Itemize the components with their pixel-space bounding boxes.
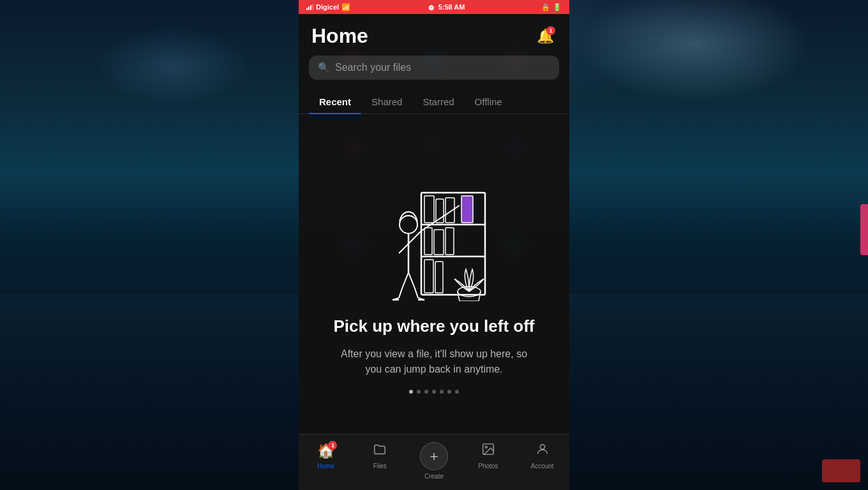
photos-icon [481,442,495,460]
svg-rect-11 [435,262,443,293]
status-left: Digicel 📶 [306,3,350,11]
nav-item-create[interactable]: ＋ Create [407,440,461,482]
right-edge-decoration [860,204,868,255]
tab-recent[interactable]: Recent [309,90,361,114]
tab-starred[interactable]: Starred [412,90,464,114]
empty-state-description: After you view a file, it'll show up her… [332,346,536,377]
phone-frame: Digicel 📶 ⏰ 5:58 AM 🔒 🔋 Home 🔔 1 🔍 Searc… [299,0,569,490]
dot-1 [409,390,413,394]
signal-bar-3 [310,5,311,10]
page-title: Home [311,24,368,48]
svg-rect-9 [445,228,454,255]
status-center: ⏰ 5:58 AM [427,3,465,11]
status-bar: Digicel 📶 ⏰ 5:58 AM 🔒 🔋 [299,0,569,14]
app-content: Home 🔔 1 🔍 Search your files Recent Shar… [299,14,569,490]
empty-state: Pick up where you left off After you vie… [299,114,569,434]
bottom-right-thumbnail [822,459,860,482]
app-header: Home 🔔 1 [299,14,569,56]
create-button-circle[interactable]: ＋ [420,442,448,470]
photos-icon-wrap [479,442,497,460]
wifi-icon: 📶 [341,3,350,11]
folder-icon [373,442,387,460]
tab-offline[interactable]: Offline [465,90,513,114]
lock-icon: 🔒 [541,3,550,11]
dot-6 [447,390,451,394]
svg-rect-0 [421,193,485,295]
dot-3 [424,390,428,394]
notification-badge: 1 [546,26,555,35]
account-icon-wrap [534,442,551,460]
signal-bar-1 [306,8,308,10]
files-icon-wrap [371,442,389,460]
signal-bar-2 [308,6,310,10]
dot-5 [440,390,444,394]
notification-button[interactable]: 🔔 1 [534,25,557,48]
account-label: Account [531,463,554,470]
files-label: Files [373,463,387,470]
svg-point-12 [400,216,417,234]
svg-rect-8 [434,230,444,255]
clock-icon: ⏰ [427,3,436,11]
svg-rect-3 [424,196,434,223]
empty-state-illustration [370,154,498,301]
search-placeholder-text: Search your files [335,62,411,73]
svg-rect-10 [424,260,433,293]
battery-icon: 🔋 [553,3,562,11]
home-badge: 1 [328,441,337,450]
empty-state-title: Pick up where you left off [334,316,535,336]
create-label: Create [424,473,444,480]
tab-bar: Recent Shared Starred Offline [299,90,569,114]
signal-bar-4 [312,4,313,10]
plus-icon: ＋ [427,449,441,463]
dot-2 [417,390,421,394]
signal-bars-icon [306,4,313,10]
home-icon-wrap: 🏠 1 [317,442,334,460]
tab-shared[interactable]: Shared [361,90,412,114]
photos-label: Photos [478,463,498,470]
nav-item-photos[interactable]: Photos [461,440,515,482]
svg-rect-7 [424,228,432,255]
nav-item-account[interactable]: Account [515,440,569,482]
search-icon: 🔍 [318,62,330,73]
svg-point-16 [540,445,544,449]
nav-item-home[interactable]: 🏠 1 Home [299,440,353,482]
svg-point-15 [485,446,487,448]
dot-7 [455,390,459,394]
time-display: 5:58 AM [438,3,465,11]
svg-rect-6 [461,196,473,223]
carousel-dots [409,390,459,394]
status-right: 🔒 🔋 [541,3,562,11]
dot-4 [432,390,436,394]
nav-item-files[interactable]: Files [353,440,407,482]
home-label: Home [317,463,334,470]
search-bar[interactable]: 🔍 Search your files [309,56,559,80]
carrier-name: Digicel [316,3,339,11]
account-icon [535,442,550,460]
bottom-navigation: 🏠 1 Home Files ＋ [299,434,569,490]
